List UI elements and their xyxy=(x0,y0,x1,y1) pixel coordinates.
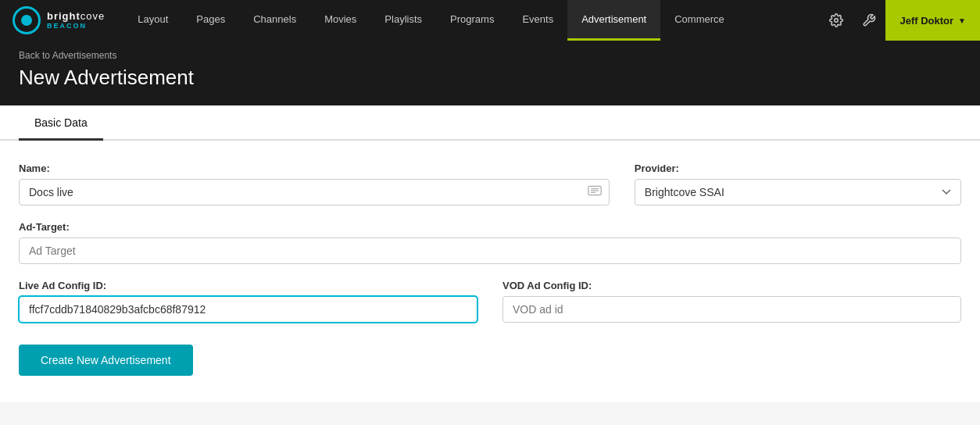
nav-item-pages[interactable]: Pages xyxy=(182,0,239,41)
wrench-icon xyxy=(862,13,876,27)
back-link[interactable]: Back to Advertisements xyxy=(19,50,961,61)
nav-item-movies[interactable]: Movies xyxy=(310,0,370,41)
nav-right: Jeff Doktor ▼ xyxy=(820,0,980,41)
logo-brand-name: brightcove xyxy=(47,11,105,22)
provider-group: Provider: Brightcove SSAI Other xyxy=(635,162,961,205)
name-group: Name: xyxy=(19,162,610,205)
tab-basic-data[interactable]: Basic Data xyxy=(19,105,103,141)
nav-items: Layout Pages Channels Movies Playlists P… xyxy=(123,0,820,41)
live-ad-config-group: Live Ad Config ID: xyxy=(19,280,477,323)
navbar: brightcove BEACON Layout Pages Channels … xyxy=(0,0,980,41)
logo-text-block: brightcove BEACON xyxy=(47,11,105,30)
logo: brightcove BEACON xyxy=(13,6,105,34)
ad-target-input[interactable] xyxy=(19,238,961,264)
user-name: Jeff Doktor xyxy=(900,15,953,27)
provider-label: Provider: xyxy=(635,162,961,174)
page-title: New Advertisement xyxy=(19,66,961,90)
form-row-config-ids: Live Ad Config ID: VOD Ad Config ID: xyxy=(19,280,961,323)
vod-ad-config-group: VOD Ad Config ID: xyxy=(503,280,961,323)
name-field-icon xyxy=(588,185,602,199)
form-row-submit: Create New Advertisement xyxy=(19,338,961,376)
nav-item-advertisement[interactable]: Advertisement xyxy=(567,0,660,41)
logo-sub-brand: BEACON xyxy=(47,22,105,30)
nav-item-events[interactable]: Events xyxy=(508,0,567,41)
nav-item-playlists[interactable]: Playlists xyxy=(370,0,436,41)
form-row-ad-target: Ad-Target: xyxy=(19,221,961,264)
create-advertisement-button[interactable]: Create New Advertisement xyxy=(19,345,193,376)
page-header: Back to Advertisements New Advertisement xyxy=(0,41,980,105)
live-ad-config-input[interactable] xyxy=(19,296,477,323)
form-area: Name: Provider: Bright xyxy=(0,141,980,398)
nav-item-commerce[interactable]: Commerce xyxy=(660,0,739,41)
form-row-name-provider: Name: Provider: Bright xyxy=(19,162,961,205)
provider-select[interactable]: Brightcove SSAI Other xyxy=(635,179,961,205)
name-input-wrapper xyxy=(19,179,610,205)
wrench-button[interactable] xyxy=(853,0,885,41)
vod-ad-config-input[interactable] xyxy=(503,296,961,323)
tabs-bar: Basic Data xyxy=(0,105,980,141)
ad-target-group: Ad-Target: xyxy=(19,221,961,264)
live-ad-config-label: Live Ad Config ID: xyxy=(19,280,477,291)
ad-target-label: Ad-Target: xyxy=(19,221,961,233)
settings-button[interactable] xyxy=(820,0,853,41)
svg-point-0 xyxy=(835,19,839,23)
name-input[interactable] xyxy=(19,179,610,205)
vod-ad-config-label: VOD Ad Config ID: xyxy=(503,280,961,291)
user-caret-icon: ▼ xyxy=(958,16,966,25)
gear-icon xyxy=(829,13,843,27)
nav-item-programs[interactable]: Programs xyxy=(436,0,508,41)
name-label: Name: xyxy=(19,162,610,174)
user-menu-button[interactable]: Jeff Doktor ▼ xyxy=(885,0,980,41)
nav-item-channels[interactable]: Channels xyxy=(239,0,310,41)
logo-icon xyxy=(13,6,41,34)
main-content: Basic Data Name: xyxy=(0,105,980,402)
nav-item-layout[interactable]: Layout xyxy=(123,0,182,41)
logo-inner-circle xyxy=(21,15,32,26)
